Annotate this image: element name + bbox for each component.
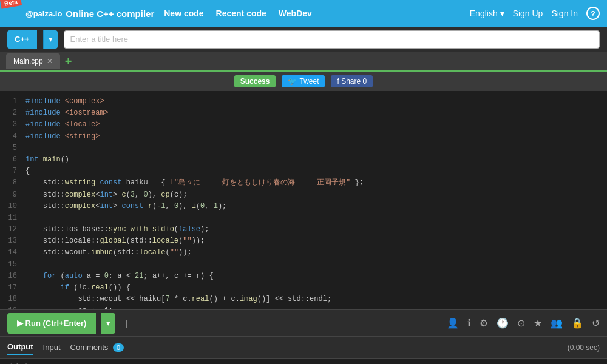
twitter-icon: 🐦	[288, 77, 297, 86]
nav-recent-code[interactable]: Recent code	[216, 8, 266, 18]
signin-link[interactable]: Sign In	[551, 8, 578, 18]
code-editor[interactable]: 12345 678910 1112131415 1617181920 21222…	[0, 91, 607, 309]
team-icon[interactable]: 👥	[551, 317, 563, 329]
star-icon[interactable]: ★	[534, 317, 542, 329]
tabs-bar: Main.cpp ✕ +	[0, 52, 607, 72]
help-icon[interactable]: ?	[586, 7, 600, 20]
success-bar: Success 🐦 Tweet f Share 0	[0, 72, 607, 91]
cursor-position: |	[125, 318, 127, 328]
language-dropdown-button[interactable]: ▾	[43, 30, 58, 49]
comments-count-badge: 0	[113, 343, 124, 352]
execution-time: (0.00 sec)	[568, 343, 600, 352]
clock-icon[interactable]: 🕐	[497, 317, 509, 329]
tab-output[interactable]: Output	[7, 340, 33, 355]
nav-webdev[interactable]: WebDev	[279, 8, 312, 18]
title-input[interactable]	[64, 30, 600, 49]
header-nav: New code Recent code WebDev	[164, 8, 460, 18]
output-panel: Output Input Comments 0 (0.00 sec) 春灯島 る…	[0, 336, 607, 364]
beta-badge: Beta	[0, 0, 22, 9]
tab-input[interactable]: Input	[43, 340, 61, 354]
lock-icon[interactable]: 🔒	[571, 317, 583, 329]
logo-icon: @paiza.io	[25, 9, 62, 18]
main-tab[interactable]: Main.cpp ✕	[6, 53, 60, 69]
bottom-icons: 👤 ℹ ⚙ 🕐 ⊙ ★ 👥 🔒 ↺	[447, 317, 600, 329]
toolbar: C++ ▾	[0, 27, 607, 52]
facebook-icon: f	[337, 77, 339, 86]
site-title: Online C++ compiler	[66, 8, 154, 19]
success-badge: Success	[234, 75, 276, 87]
line-numbers: 12345 678910 1112131415 1617181920 21222…	[0, 91, 21, 309]
header: Beta @paiza.io Online C++ compiler New c…	[0, 0, 607, 27]
output-content: 春灯島 るたな	[0, 359, 607, 364]
tab-close-icon[interactable]: ✕	[47, 57, 53, 66]
github-icon[interactable]: ⊙	[517, 317, 525, 329]
signup-link[interactable]: Sign Up	[513, 8, 543, 18]
refresh-icon[interactable]: ↺	[592, 317, 600, 329]
logo-area: @paiza.io Online C++ compiler	[25, 8, 154, 19]
settings-icon[interactable]: ⚙	[480, 317, 488, 329]
run-dropdown-button[interactable]: ▾	[101, 313, 115, 334]
nav-new-code[interactable]: New code	[164, 8, 203, 18]
info-icon[interactable]: ℹ	[467, 317, 471, 329]
user-icon[interactable]: 👤	[447, 317, 459, 329]
header-right: English ▾ Sign Up Sign In ?	[470, 7, 600, 20]
bottom-toolbar: ▶ Run (Ctrl+Enter) ▾ | 👤 ℹ ⚙ 🕐 ⊙ ★ 👥 🔒 ↺	[0, 309, 607, 336]
run-button[interactable]: ▶ Run (Ctrl+Enter)	[7, 313, 96, 334]
tab-label: Main.cpp	[13, 57, 43, 66]
add-tab-button[interactable]: +	[65, 55, 72, 67]
code-area[interactable]: #include <complex> #include <iostream> #…	[21, 91, 607, 309]
tweet-button[interactable]: 🐦 Tweet	[282, 75, 325, 87]
tab-comments[interactable]: Comments 0	[70, 340, 124, 354]
language-button[interactable]: C++	[7, 30, 37, 49]
language-selector[interactable]: English ▾	[470, 8, 504, 18]
output-tabs: Output Input Comments 0 (0.00 sec)	[0, 337, 607, 359]
facebook-share-button[interactable]: f Share 0	[331, 75, 373, 87]
